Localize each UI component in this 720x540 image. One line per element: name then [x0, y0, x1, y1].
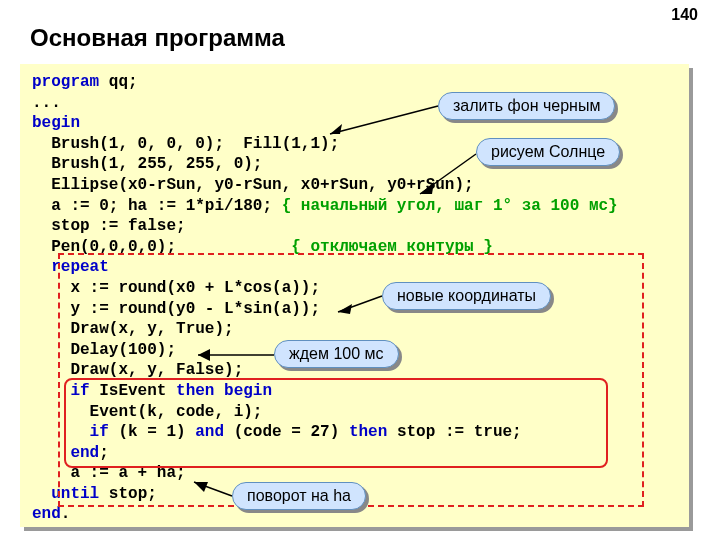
page-title: Основная программа — [30, 24, 285, 52]
callout-rotate: поворот на ha — [232, 482, 366, 510]
code-text — [32, 258, 51, 276]
code-text: qq; — [99, 73, 137, 91]
code-text — [32, 485, 51, 503]
code-text: Ellipse(x0-rSun, y0-rSun, x0+rSun, y0+rS… — [32, 176, 474, 194]
page-number: 140 — [671, 6, 698, 24]
code-text: Brush(1, 255, 255, 0); — [32, 155, 262, 173]
code-text: a := 0; ha := 1*pi/180; — [32, 197, 282, 215]
comment: { начальный угол, шаг 1° за 100 мс} — [282, 197, 618, 215]
kw-program: program — [32, 73, 99, 91]
callout-draw-sun: рисуем Солнце — [476, 138, 620, 166]
callout-new-coords: новые координаты — [382, 282, 551, 310]
code-text: ... — [32, 94, 61, 112]
code-text: stop := false; — [32, 217, 186, 235]
callout-fill-bg: залить фон черным — [438, 92, 615, 120]
kw-end: end — [32, 505, 61, 523]
code-text: . — [61, 505, 71, 523]
if-event-box — [64, 378, 608, 468]
kw-begin: begin — [32, 114, 80, 132]
code-text: Brush(1, 0, 0, 0); Fill(1,1); — [32, 135, 339, 153]
callout-wait: ждем 100 мс — [274, 340, 399, 368]
